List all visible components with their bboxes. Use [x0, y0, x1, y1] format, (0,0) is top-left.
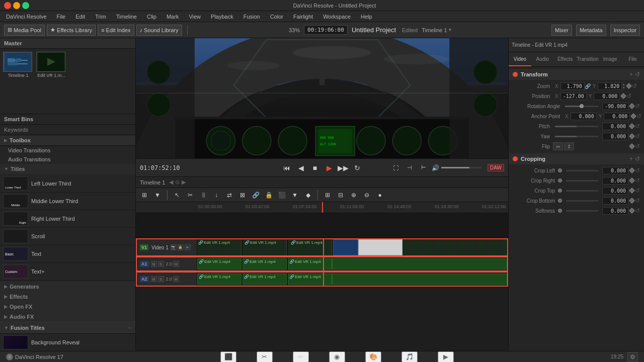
- v1-lock-btn[interactable]: 🔒: [178, 244, 184, 250]
- crop-bottom-input[interactable]: [602, 197, 628, 205]
- position-reset-btn[interactable]: ↺: [626, 93, 631, 100]
- crop-left-slider[interactable]: [566, 170, 598, 171]
- a1-clip-1[interactable]: 🔗Edit VR 1.mp4: [197, 258, 242, 269]
- nav-deliver-btn[interactable]: ▶: [438, 351, 454, 363]
- zoom-up-btn[interactable]: ▲▼: [622, 82, 625, 89]
- a2-clip-3[interactable]: 🔗Edit VR 1.mp4: [288, 274, 332, 285]
- rotation-keyframe-btn[interactable]: [629, 103, 634, 109]
- anchor-x-input[interactable]: [571, 113, 597, 120]
- crop-top-input[interactable]: [602, 187, 628, 195]
- menu-clip[interactable]: Clip: [145, 13, 158, 21]
- overwrite-btn[interactable]: ↓: [211, 190, 222, 201]
- titles-section-label[interactable]: ▼ Titles: [0, 164, 135, 174]
- title-item-textplus[interactable]: Custom Text+: [0, 263, 135, 281]
- metadata-btn[interactable]: Metadata: [576, 25, 606, 36]
- rotation-handle[interactable]: [580, 104, 584, 108]
- a1-clip-2[interactable]: 🔗Edit VR 1.mp4: [243, 258, 287, 269]
- flip-reset-btn[interactable]: ↺: [635, 143, 640, 150]
- v1-cam-btn[interactable]: 📷: [171, 244, 177, 250]
- settings-btn[interactable]: ⚙: [627, 352, 638, 362]
- title-item-llt[interactable]: Lower Third Left Lower Third: [0, 175, 135, 193]
- flip-v-btn[interactable]: ⇕: [564, 142, 574, 150]
- a2-clip-1[interactable]: 🔗Edit VR 1.mp4: [197, 274, 242, 285]
- menu-davinci[interactable]: DaVinci Resolve: [4, 13, 49, 21]
- a2-lock-btn[interactable]: M: [173, 276, 179, 282]
- generators-label[interactable]: ▶ Generators: [0, 282, 135, 292]
- a1-clip-long[interactable]: [332, 258, 507, 269]
- menu-mark[interactable]: Mark: [165, 13, 181, 21]
- close-btn[interactable]: [4, 2, 11, 9]
- anchor-y-input[interactable]: [604, 113, 630, 120]
- transform-add-btn[interactable]: +: [629, 71, 633, 78]
- yaw-keyframe-btn[interactable]: [629, 133, 634, 139]
- tab-transition[interactable]: Transition: [576, 52, 599, 66]
- replace-btn[interactable]: ⇄: [224, 190, 235, 201]
- v1-clip-6[interactable]: [491, 239, 507, 255]
- zoom-link-btn[interactable]: 🔗: [585, 83, 591, 89]
- ripple-btn[interactable]: ⧛: [198, 190, 209, 201]
- crop-left-reset-btn[interactable]: ↺: [635, 167, 640, 174]
- crop-top-keyframe-btn[interactable]: [629, 188, 634, 193]
- pitch-keyframe-btn[interactable]: [629, 123, 634, 129]
- fit-btn[interactable]: ⊠: [237, 190, 248, 201]
- sound-library-btn[interactable]: ♪ Sound Library: [136, 25, 182, 36]
- title-item-scroll[interactable]: Scroll: [0, 228, 135, 245]
- menu-help[interactable]: Help: [359, 13, 374, 21]
- snip-btn[interactable]: ✂: [185, 190, 196, 201]
- anchor-keyframe-btn[interactable]: [631, 113, 636, 119]
- crop-right-slider[interactable]: [566, 180, 598, 182]
- a2-mon-btn[interactable]: M: [151, 276, 157, 282]
- media-thumb-video[interactable]: Edit VR 1.m...: [36, 52, 66, 111]
- position-x-input[interactable]: [560, 93, 587, 100]
- track-type-btn[interactable]: ▼: [152, 190, 163, 201]
- tab-image[interactable]: Image: [599, 52, 621, 66]
- menu-workspace[interactable]: Workspace: [321, 13, 353, 21]
- effects-library-btn[interactable]: ★ Effects Library: [47, 25, 96, 36]
- media-thumb-timeline[interactable]: Timeline 1: [3, 52, 33, 111]
- lock-btn[interactable]: 🔒: [263, 190, 274, 201]
- title-item-rlt[interactable]: Right Right Lower Third: [0, 210, 135, 228]
- fusion-header[interactable]: ▼ Fusion Titles −: [0, 322, 135, 334]
- softness-reset-btn[interactable]: ↺: [635, 207, 640, 214]
- a2-clip-2[interactable]: 🔗Edit VR 1.mp4: [243, 274, 287, 285]
- crop-top-slider[interactable]: [566, 190, 598, 192]
- tab-audio[interactable]: Audio: [531, 52, 554, 66]
- effects-label[interactable]: ▶ Effects: [0, 292, 135, 302]
- daw-btn[interactable]: DAW: [488, 164, 504, 171]
- rotation-reset-btn[interactable]: ↺: [635, 103, 640, 110]
- v1-clip-white[interactable]: [358, 239, 403, 255]
- fullscreen-btn[interactable]: ⛶: [389, 162, 401, 174]
- tab-video[interactable]: Video: [509, 52, 531, 66]
- timeline-nav-mid[interactable]: ⊙: [175, 179, 180, 186]
- menu-color[interactable]: Color: [268, 13, 285, 21]
- flip-h-btn[interactable]: ⇔: [553, 142, 563, 150]
- a2-solo-btn[interactable]: S: [158, 276, 164, 282]
- v1-clip-blue[interactable]: [333, 239, 358, 255]
- menu-edit[interactable]: Edit: [73, 13, 87, 21]
- menu-fusion[interactable]: Fusion: [242, 13, 262, 21]
- anchor-reset-btn[interactable]: ↺: [636, 113, 641, 120]
- inspector-btn[interactable]: Inspector: [610, 25, 640, 36]
- softness-keyframe-btn[interactable]: [629, 208, 634, 213]
- collapse-icon[interactable]: −: [128, 324, 131, 331]
- timeline-dropdown[interactable]: Timeline 1 ▼: [422, 27, 452, 33]
- new-track-btn[interactable]: ⊞: [139, 190, 150, 201]
- zoom-keyframe-btn[interactable]: [626, 83, 632, 88]
- crop-left-keyframe-btn[interactable]: [629, 167, 634, 173]
- rotation-input[interactable]: [602, 103, 628, 110]
- nav-color-btn[interactable]: 🎨: [365, 351, 381, 363]
- crop-right-reset-btn[interactable]: ↺: [635, 177, 640, 184]
- smart-bins-header[interactable]: Smart Bins: [0, 114, 135, 125]
- pitch-slider[interactable]: [555, 126, 598, 127]
- edit-index-btn[interactable]: ≡ Edit Index: [98, 25, 134, 36]
- v1-clip-4[interactable]: [403, 239, 447, 255]
- play-btn[interactable]: ▶: [323, 162, 335, 174]
- menu-view[interactable]: View: [187, 13, 203, 21]
- title-bar-controls[interactable]: [4, 2, 29, 9]
- zoom-fit-btn[interactable]: ●: [374, 190, 385, 201]
- crop-right-keyframe-btn[interactable]: [629, 177, 634, 183]
- softness-input[interactable]: [602, 207, 628, 215]
- minimize-btn[interactable]: [13, 2, 20, 9]
- volume-icon[interactable]: 🔊: [432, 164, 439, 171]
- crop-bottom-keyframe-btn[interactable]: [629, 198, 634, 203]
